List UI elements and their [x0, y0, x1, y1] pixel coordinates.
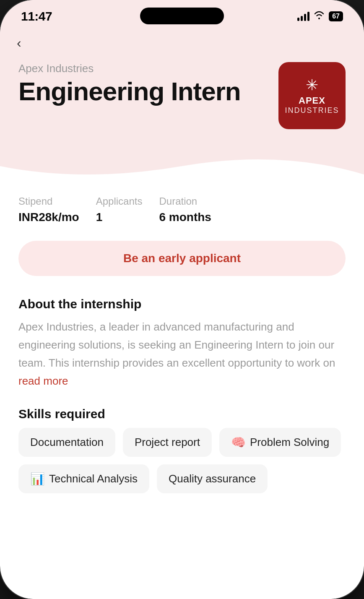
- stipend-label: Stipend: [18, 195, 79, 207]
- skill-chip-documentation: Documentation: [18, 428, 115, 457]
- about-section: About the internship Apex Industries, a …: [0, 289, 364, 398]
- problem-solving-emoji: 🧠: [231, 435, 246, 449]
- skill-label-quality-assurance: Quality assurance: [169, 472, 256, 485]
- company-info: Apex Industries Engineering Intern: [18, 62, 270, 105]
- dynamic-island: [140, 8, 224, 24]
- status-time: 11:47: [21, 9, 52, 23]
- skill-label-technical-analysis: Technical Analysis: [49, 472, 138, 485]
- back-chevron-icon[interactable]: ‹: [17, 36, 21, 49]
- apply-button[interactable]: Be an early applicant: [18, 241, 346, 276]
- about-title: About the internship: [18, 297, 346, 311]
- apply-section: Be an early applicant: [0, 237, 364, 289]
- skill-label-project-report: Project report: [135, 436, 200, 449]
- applicants-label: Applicants: [96, 195, 143, 207]
- company-logo: ✳ APEX INDUSTRIES: [278, 62, 346, 129]
- skill-chip-problem-solving: 🧠 Problem Solving: [219, 428, 341, 457]
- job-title: Engineering Intern: [18, 78, 270, 105]
- logo-text-sub: INDUSTRIES: [285, 106, 339, 115]
- skills-title: Skills required: [18, 407, 346, 421]
- stats-section: Stipend INR28k/mo Applicants 1 Duration …: [0, 174, 364, 237]
- company-name: Apex Industries: [18, 62, 270, 75]
- skills-grid: Documentation Project report 🧠 Problem S…: [18, 428, 346, 493]
- duration-value: 6 months: [159, 211, 211, 224]
- skill-chip-quality-assurance: Quality assurance: [157, 464, 268, 493]
- applicants-value: 1: [96, 211, 143, 224]
- stat-duration: Duration 6 months: [159, 195, 211, 224]
- logo-text-main: APEX: [299, 96, 325, 106]
- stipend-value: INR28k/mo: [18, 211, 79, 224]
- duration-label: Duration: [159, 195, 211, 207]
- phone-frame: 11:47 67: [0, 0, 364, 599]
- skill-label-documentation: Documentation: [30, 436, 104, 449]
- about-text: Apex Industries, a leader in advanced ma…: [18, 318, 346, 390]
- skill-chip-project-report: Project report: [123, 428, 212, 457]
- read-more-link[interactable]: read more: [18, 375, 68, 387]
- signal-icon: [297, 12, 309, 21]
- skill-chip-technical-analysis: 📊 Technical Analysis: [18, 464, 149, 493]
- content-area[interactable]: ‹ Apex Industries Engineering Intern ✳ A…: [0, 28, 364, 599]
- skill-label-problem-solving: Problem Solving: [250, 436, 329, 449]
- logo-symbol: ✳: [306, 76, 318, 94]
- skills-section: Skills required Documentation Project re…: [0, 398, 364, 510]
- status-icons: 67: [297, 10, 343, 22]
- wifi-icon: [314, 10, 325, 22]
- company-header: Apex Industries Engineering Intern ✳ APE…: [0, 54, 364, 142]
- technical-analysis-emoji: 📊: [30, 472, 45, 486]
- stat-stipend: Stipend INR28k/mo: [18, 195, 79, 224]
- phone-screen: 11:47 67: [0, 0, 364, 599]
- battery-icon: 67: [329, 11, 343, 21]
- back-button-area: ‹: [0, 28, 364, 54]
- stat-applicants: Applicants 1: [96, 195, 143, 224]
